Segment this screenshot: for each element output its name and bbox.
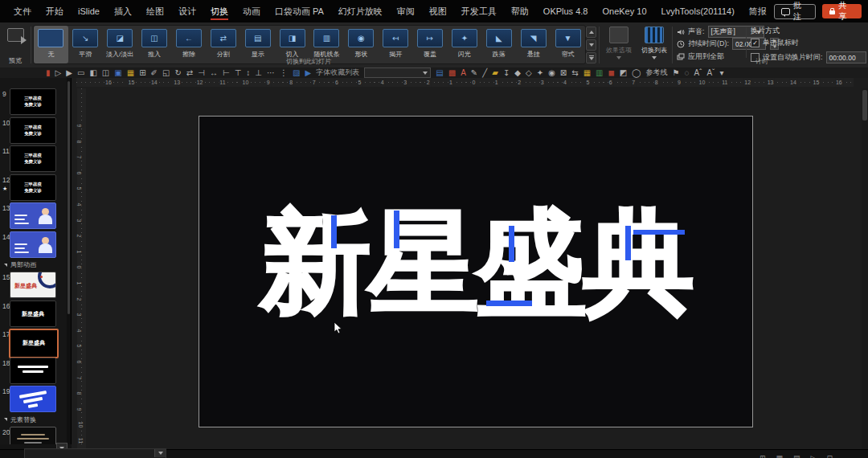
slide-thumbnail-15[interactable]: 新星盛典 xyxy=(10,272,56,298)
menu-OneKey 10[interactable]: OneKey 10 xyxy=(595,0,653,22)
slide-thumbnail-20[interactable] xyxy=(10,427,56,445)
menu-简报[interactable]: 简报 xyxy=(742,0,774,22)
share-button[interactable]: 共享 xyxy=(822,4,862,18)
comment-button[interactable]: 批注 xyxy=(774,4,817,19)
insert-picture-icon[interactable]: ▤ xyxy=(436,69,443,77)
crop-icon[interactable]: ⊠ xyxy=(560,69,567,77)
color-scheme-icon[interactable]: ▮ xyxy=(46,69,51,77)
table-icon[interactable]: ▦ xyxy=(583,69,591,77)
swap-icon[interactable]: ⇆ xyxy=(571,69,578,77)
menu-帮助[interactable]: 帮助 xyxy=(504,0,536,22)
format-painter-icon[interactable]: ✐ xyxy=(151,69,158,77)
align-left-icon[interactable]: ⊣ xyxy=(198,69,205,77)
align-right-icon[interactable]: ⊢ xyxy=(223,69,230,77)
section-header-元素替换[interactable]: 元素替换 xyxy=(4,415,36,424)
zoom-fit-icon[interactable]: ⊡ xyxy=(827,454,833,458)
menu-开发工具[interactable]: 开发工具 xyxy=(454,0,504,22)
accent-bar-5[interactable] xyxy=(633,230,685,235)
rotate-icon[interactable]: ↻ xyxy=(174,69,181,77)
menu-插入[interactable]: 插入 xyxy=(107,0,139,22)
slide-thumbnail-9[interactable]: 三甲战疫免费义诊 xyxy=(10,88,56,115)
normal-view-icon[interactable]: ⊞ xyxy=(760,454,766,458)
color-palette-icon[interactable]: ▦ xyxy=(127,69,134,77)
copy-icon[interactable]: ⊞ xyxy=(139,69,145,77)
slide-sorter-icon[interactable]: ▦ xyxy=(776,454,784,458)
preview-icon[interactable] xyxy=(7,28,24,42)
menu-设计[interactable]: 设计 xyxy=(171,0,203,22)
accent-bar-6[interactable] xyxy=(486,301,532,306)
align-top-icon[interactable]: ⊤ xyxy=(235,69,242,77)
chart-icon[interactable]: ▥ xyxy=(596,69,603,77)
duplicate-icon[interactable]: ◱ xyxy=(162,69,170,77)
transition-list-button[interactable]: 切换列表 xyxy=(637,25,671,63)
cube-icon[interactable]: ◼ xyxy=(608,69,615,77)
slide-canvas[interactable]: 新星盛典 xyxy=(199,116,753,427)
slideshow-from-start-icon[interactable]: ▷ xyxy=(55,69,62,77)
align-middle-icon[interactable]: ↕ xyxy=(246,69,250,77)
menu-动画[interactable]: 动画 xyxy=(235,0,268,22)
font-decrease-icon[interactable]: Aˇ xyxy=(706,69,714,77)
font-color-icon[interactable]: A xyxy=(461,69,466,77)
slide-thumbnail-19[interactable] xyxy=(10,386,56,412)
section-header-局部动画[interactable]: 局部动画 xyxy=(4,260,36,269)
highlighter-icon[interactable]: ▰ xyxy=(492,69,498,77)
canvas-scrollbar[interactable] xyxy=(862,88,868,450)
slide-thumbnail-17[interactable]: 新星盛典 xyxy=(9,329,59,358)
menu-OKPlus 4.8[interactable]: OKPlus 4.8 xyxy=(536,0,596,22)
flip-icon[interactable]: ⇄ xyxy=(186,69,193,77)
new-slide-icon[interactable]: ▭ xyxy=(77,69,84,77)
menu-绘图[interactable]: 绘图 xyxy=(139,0,171,22)
menu-口袋动画 PA[interactable]: 口袋动画 PA xyxy=(268,0,331,22)
mask-icon[interactable]: ◯ xyxy=(632,69,641,77)
font-collection-dropdown[interactable] xyxy=(364,67,431,78)
pen-icon[interactable]: ✎ xyxy=(471,69,477,77)
panel-footer-box[interactable] xyxy=(24,448,166,458)
lasso-icon[interactable]: ◌ xyxy=(684,69,689,77)
menu-文件[interactable]: 文件 xyxy=(6,0,39,22)
merge-shapes-icon[interactable]: ◉ xyxy=(548,69,555,77)
layout-icon[interactable]: ◧ xyxy=(89,69,96,77)
image-effect-icon[interactable]: ◩ xyxy=(620,69,627,77)
slide-thumbnail-10[interactable]: 三甲战疫免费义诊 xyxy=(10,117,56,144)
footer-dropdown-icon[interactable] xyxy=(154,449,166,457)
accent-bar-4[interactable] xyxy=(625,226,631,260)
screenshot-icon[interactable]: ▩ xyxy=(448,69,456,77)
accent-bar-2[interactable] xyxy=(394,211,399,248)
ink-pen-icon[interactable]: ╱ xyxy=(482,69,487,77)
gallery-more-icon[interactable] xyxy=(586,52,596,63)
gallery-scroll-down-icon[interactable] xyxy=(586,39,596,51)
menu-切换[interactable]: 切换 xyxy=(203,0,235,22)
slide-thumbnail-13[interactable] xyxy=(10,202,56,229)
more-tools-icon[interactable]: ▾ xyxy=(719,69,723,77)
menu-审阅[interactable]: 审阅 xyxy=(390,0,422,22)
menu-幻灯片放映[interactable]: 幻灯片放映 xyxy=(331,0,390,22)
slideshow-current-icon[interactable]: ▶ xyxy=(66,69,72,77)
font-increase-icon[interactable]: Aˆ xyxy=(694,69,702,77)
menu-开始[interactable]: 开始 xyxy=(39,0,71,22)
accent-bar-1[interactable] xyxy=(331,215,337,248)
shape-fill-icon[interactable]: ◆ xyxy=(514,69,521,77)
guides-toggle[interactable]: 参考线 xyxy=(646,67,668,78)
eyedropper-icon[interactable]: ↧ xyxy=(503,69,510,77)
distribute-h-icon[interactable]: ⋯ xyxy=(267,69,275,77)
menu-视图[interactable]: 视图 xyxy=(422,0,454,22)
menu-LvyhTools(201114)[interactable]: LvyhTools(201114) xyxy=(654,0,742,22)
slide-thumbnail-16[interactable]: 新星盛典 xyxy=(10,301,56,327)
animation-stamp-icon[interactable]: ⚑ xyxy=(673,69,680,77)
slide-thumbnail-11[interactable]: 三甲战疫免费义诊 xyxy=(10,145,56,172)
theme-icon[interactable]: ▣ xyxy=(114,69,121,77)
distribute-v-icon[interactable]: ⋮ xyxy=(280,69,288,77)
reading-view-icon[interactable]: ▤ xyxy=(793,454,800,458)
slide-thumbnail-18[interactable] xyxy=(10,358,56,384)
shape-effects-icon[interactable]: ✦ xyxy=(537,69,543,77)
picture-icon[interactable]: ▨ xyxy=(293,69,300,77)
checkbox-checked-icon[interactable]: ✓ xyxy=(751,39,760,47)
shape-outline-icon[interactable]: ◇ xyxy=(526,69,532,77)
on-click-checkbox-row[interactable]: ✓ 单击鼠标时 xyxy=(751,38,799,48)
slide-title-text[interactable]: 新星盛典 xyxy=(199,207,752,317)
slide-thumbnail-14[interactable] xyxy=(10,231,56,258)
menu-iSlide[interactable]: iSlide xyxy=(71,0,107,22)
gallery-scroll-up-icon[interactable] xyxy=(586,27,596,38)
accent-bar-3[interactable] xyxy=(509,226,514,262)
align-center-icon[interactable]: ↔ xyxy=(210,69,218,77)
